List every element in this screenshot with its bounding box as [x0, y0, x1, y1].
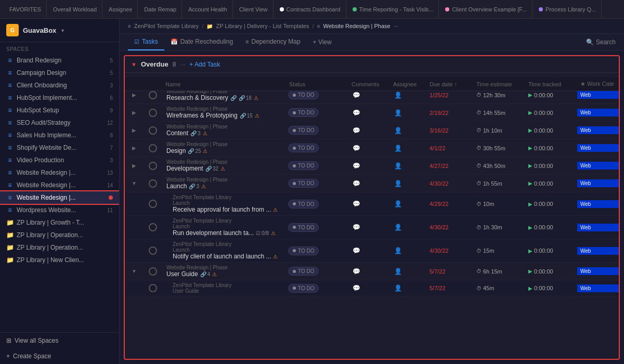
- task-checkbox[interactable]: [144, 144, 162, 152]
- sidebar-item-website-redesign-1[interactable]: ≡ Website Redesign |... 13: [0, 166, 119, 179]
- breadcrumb-part-2[interactable]: ZP Library | Delivery - List Templates: [216, 23, 309, 29]
- status-cell[interactable]: TO DO: [286, 179, 348, 188]
- view-all-spaces[interactable]: ⊞ View all Spaces: [0, 333, 119, 348]
- breadcrumb-part-1[interactable]: ZenPilot Template Library: [134, 23, 199, 29]
- expand-icon[interactable]: ▶: [125, 163, 144, 168]
- tab-client-overview[interactable]: Client Overview Example [F...: [440, 0, 532, 18]
- task-checkbox[interactable]: [144, 162, 162, 170]
- table-row[interactable]: ZenPilot Template Library Launch Receive…: [125, 192, 619, 216]
- table-row[interactable]: ZenPilot Template Library Launch Notify …: [125, 239, 619, 263]
- assignee-cell[interactable]: 👤: [390, 145, 426, 152]
- sidebar-item-shopify[interactable]: ≡ Shopify Website De... 7: [0, 141, 119, 154]
- assignee-cell[interactable]: 👤: [390, 224, 426, 231]
- table-row[interactable]: ▶ Website Redesign | Phase Wireframes & …: [125, 104, 619, 122]
- task-checkbox[interactable]: [144, 91, 162, 99]
- collapse-overdue-icon[interactable]: ▼: [131, 61, 137, 68]
- tab-tasks[interactable]: ☑ Tasks: [128, 34, 164, 50]
- time-tracked-cell[interactable]: ▶0:00:00: [525, 285, 577, 291]
- table-row[interactable]: ▶ Website Redesign | Phase Design 🔗 25 ⚠…: [125, 139, 619, 157]
- status-cell[interactable]: TO DO: [286, 284, 348, 293]
- tab-assignee[interactable]: Assignee: [103, 0, 138, 18]
- task-checkbox[interactable]: [144, 179, 162, 188]
- tab-date-rescheduling[interactable]: 📅 Date Rescheduling: [164, 34, 239, 50]
- task-checkbox[interactable]: [144, 284, 162, 292]
- add-view-button[interactable]: + View: [309, 36, 336, 48]
- task-checkbox[interactable]: [144, 126, 162, 135]
- time-tracked-cell[interactable]: ▶0:00:00: [525, 110, 577, 116]
- time-tracked-cell[interactable]: ▶0:00:00: [525, 201, 577, 207]
- sidebar-item-video-production[interactable]: ≡ Video Production 3: [0, 154, 119, 166]
- status-cell[interactable]: TO DO: [286, 90, 348, 99]
- expand-icon[interactable]: ▶: [125, 110, 144, 115]
- task-area[interactable]: ▼ Overdue 8 ··· + Add Task Name Status C…: [124, 55, 620, 360]
- time-tracked-cell[interactable]: ▶0:00:00: [525, 92, 577, 98]
- expand-icon[interactable]: ▶: [125, 92, 144, 98]
- task-checkbox[interactable]: [144, 223, 162, 231]
- assignee-cell[interactable]: 👤: [390, 247, 426, 254]
- expand-icon[interactable]: ▼: [125, 268, 144, 274]
- expand-icon[interactable]: ▶: [125, 127, 144, 133]
- status-cell[interactable]: TO DO: [286, 223, 348, 232]
- create-space[interactable]: + Create Space: [0, 348, 119, 364]
- sidebar-item-seo-audit[interactable]: ≡ SEO Audit/Strategy 12: [0, 116, 119, 129]
- assignee-cell[interactable]: 👤: [390, 92, 426, 99]
- assignee-cell[interactable]: 👤: [390, 127, 426, 134]
- status-cell[interactable]: TO DO: [286, 267, 348, 276]
- task-checkbox[interactable]: [144, 109, 162, 117]
- task-checkbox[interactable]: [144, 267, 162, 276]
- tab-favorites[interactable]: FAVORITES: [4, 0, 47, 18]
- task-checkbox[interactable]: [144, 246, 162, 255]
- tab-client-view[interactable]: Client View: [234, 0, 274, 18]
- overdue-dots[interactable]: ···: [180, 61, 185, 68]
- table-row[interactable]: ▶ Website Redesign | Phase Development 🔗…: [125, 157, 619, 175]
- tab-process-library[interactable]: Process Library Q...: [534, 0, 602, 18]
- assignee-cell[interactable]: 👤: [390, 162, 426, 170]
- time-tracked-cell[interactable]: ▶0:00:00: [525, 145, 577, 151]
- expand-icon[interactable]: ▼: [125, 180, 144, 186]
- sidebar-item-hubspot-implement[interactable]: ≡ HubSpot Implement... 6: [0, 92, 119, 104]
- sidebar-item-zp-new-client[interactable]: 📁 ZP Library | New Clien...: [0, 254, 119, 266]
- sidebar-item-zp-growth[interactable]: 📁 ZP Library | Growth - T...: [0, 216, 119, 229]
- tab-time-reporting[interactable]: Time Reporting - Task Visib...: [347, 0, 439, 18]
- assignee-cell[interactable]: 👤: [390, 180, 426, 187]
- task-checkbox[interactable]: [144, 200, 162, 208]
- time-tracked-cell[interactable]: ▶0:00:00: [525, 268, 577, 275]
- sidebar-item-wordpress[interactable]: ≡ Wordpress Website... 11: [0, 204, 119, 216]
- sidebar-item-sales-hub[interactable]: ≡ Sales Hub Impleme... 8: [0, 129, 119, 141]
- sidebar-item-zp-operation-2[interactable]: 📁 ZP Library | Operation...: [0, 241, 119, 254]
- status-cell[interactable]: TO DO: [286, 200, 348, 209]
- assignee-cell[interactable]: 👤: [390, 109, 426, 116]
- col-due-date[interactable]: Due date ↑: [426, 80, 473, 88]
- sidebar-item-website-redesign-active[interactable]: ≡ Website Redesign |...: [0, 191, 119, 204]
- assignee-cell[interactable]: 👤: [390, 200, 426, 207]
- col-name[interactable]: Name: [162, 80, 286, 88]
- table-row[interactable]: ZenPilot Template Library Launch Run dev…: [125, 216, 619, 239]
- time-tracked-cell[interactable]: ▶0:00:00: [525, 224, 577, 230]
- status-cell[interactable]: TO DO: [286, 108, 348, 117]
- add-task-button[interactable]: + Add Task: [189, 61, 220, 68]
- table-row[interactable]: ▼ Website Redesign | Phase User Guide 🔗 …: [125, 263, 619, 280]
- table-row[interactable]: ZenPilot Template Library User Guide TO …: [125, 280, 619, 296]
- time-tracked-cell[interactable]: ▶0:00:00: [525, 248, 577, 254]
- status-cell[interactable]: TO DO: [286, 126, 348, 135]
- status-cell[interactable]: TO DO: [286, 246, 348, 255]
- breadcrumb-more[interactable]: ···: [394, 23, 398, 29]
- status-cell[interactable]: TO DO: [286, 144, 348, 152]
- time-tracked-cell[interactable]: ▶0:00:00: [525, 163, 577, 169]
- table-row[interactable]: ▶ Website Redesign | Phase Content 🔗 3 ⚠…: [125, 122, 619, 139]
- assignee-cell[interactable]: 👤: [390, 284, 426, 292]
- sidebar-item-campaign-design[interactable]: ≡ Campaign Design 5: [0, 67, 119, 79]
- tab-contracts-dashboard[interactable]: Contracts Dashboard: [275, 0, 346, 18]
- sidebar-item-zp-operation-1[interactable]: 📁 ZP Library | Operation...: [0, 229, 119, 241]
- sidebar-item-hubspot-setup[interactable]: ≡ HubSpot Setup 9: [0, 104, 119, 116]
- expand-icon[interactable]: ▶: [125, 145, 144, 151]
- tab-overall-workload[interactable]: Overall Workload: [48, 0, 102, 18]
- assignee-cell[interactable]: 👤: [390, 268, 426, 275]
- time-tracked-cell[interactable]: ▶0:00:00: [525, 180, 577, 187]
- tab-date-remap[interactable]: Date Remap: [139, 0, 182, 18]
- tab-account-health[interactable]: Account Health: [183, 0, 233, 18]
- sidebar-item-client-onboarding[interactable]: ≡ Client Onboarding 3: [0, 79, 119, 92]
- status-cell[interactable]: TO DO: [286, 161, 348, 170]
- sidebar-item-brand-redesign[interactable]: ≡ Brand Redesign 5: [0, 54, 119, 67]
- sidebar-item-website-redesign-2[interactable]: ≡ Website Redesign |... 14: [0, 179, 119, 191]
